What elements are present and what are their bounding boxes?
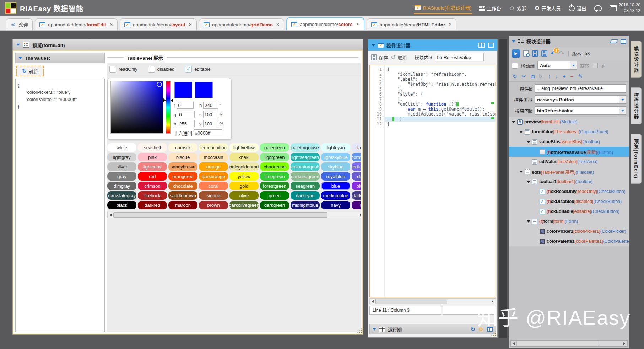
palette-chip-darkslateblue[interactable]: darkslateblue: [352, 191, 361, 200]
move-down-icon[interactable]: ↓: [555, 74, 558, 79]
code-line[interactable]: {: [385, 67, 496, 72]
s-input[interactable]: [203, 111, 218, 118]
tree-node-ckReadOnly[interactable]: (f)ckReadOnly[readOnly](CheckButton): [509, 187, 629, 197]
palette-chip-lightseagreen[interactable]: lightseagreen: [291, 153, 320, 161]
b-input[interactable]: [178, 120, 195, 127]
palette-chip-forestgreen[interactable]: forestgreen: [260, 182, 289, 190]
palette-chip-mediumslateblue[interactable]: mediumslateblue: [352, 162, 361, 171]
expander-icon[interactable]: [527, 180, 530, 183]
code-line[interactable]: "label": {: [385, 77, 496, 82]
palette-chip-cornsilk[interactable]: cornsilk: [168, 143, 197, 152]
cut-icon[interactable]: ✂: [522, 74, 526, 79]
palette-chip-darkseagreen[interactable]: darkseagreen: [291, 172, 320, 181]
close-icon[interactable]: ✕: [356, 22, 359, 27]
palette-chip-chocolate[interactable]: chocolate: [168, 182, 197, 190]
tree-node-formValue[interactable]: formValue[The values:](CaptionPanel): [509, 127, 629, 137]
add-icon[interactable]: +: [563, 74, 566, 79]
remove-icon[interactable]: −: [570, 74, 574, 79]
palette-chip-sandybrown[interactable]: sandybrown: [168, 162, 197, 171]
save-icon[interactable]: [532, 50, 538, 57]
chevron-down-icon[interactable]: [619, 107, 626, 114]
resize-grip[interactable]: [492, 332, 497, 337]
tree-node-toolbar1[interactable]: toolbar1[toolbar1](Toolbar): [509, 177, 629, 187]
tree-node-btnRefreshValue[interactable]: (f)btnRefreshValue[刷新](Button): [509, 147, 629, 157]
redo-icon[interactable]: ↷: [559, 50, 564, 57]
device-select[interactable]: Auto: [537, 61, 577, 70]
palette-chip-cornflowerblue[interactable]: cornflowerblue: [352, 153, 361, 161]
chevron-down-icon[interactable]: [619, 96, 626, 103]
palette-scrollbar[interactable]: [107, 212, 361, 218]
palette-chip-olive[interactable]: olive: [229, 191, 259, 200]
tab-colors[interactable]: appmodule/demo/colors✕: [286, 17, 364, 30]
code-line[interactable]: var m = this.getOwnerModule();: [385, 107, 496, 112]
palette-chip-lightgray[interactable]: lightgray: [107, 153, 136, 161]
tree-node-ckDisabled[interactable]: (f)ckDisabled[disabled](CheckButton): [509, 197, 629, 206]
tab-layout[interactable]: appmodule/demo/layout✕: [120, 18, 197, 30]
tree-node-ckEditable[interactable]: (f)ckEditable[editable](CheckButton): [509, 206, 629, 216]
palette-chip-sienna[interactable]: sienna: [199, 191, 228, 200]
close-icon[interactable]: ✕: [109, 22, 113, 27]
palette-chip-darkgreen[interactable]: darkgreen: [260, 201, 289, 209]
palette-chip-darkred[interactable]: darkred: [138, 201, 167, 209]
palette-chip-slateblue[interactable]: slateblue: [352, 172, 361, 181]
values-caption-header[interactable]: The values:: [15, 53, 105, 63]
code-line[interactable]: }: [385, 117, 496, 122]
mobile-checkbox[interactable]: [512, 63, 518, 69]
save-button[interactable]: 保存: [371, 54, 388, 61]
palette-chip-navy[interactable]: navy: [321, 201, 350, 209]
property-input[interactable]: [535, 84, 626, 93]
module-id-input[interactable]: [435, 53, 484, 61]
widget-designer-header[interactable]: 控件设计器: [368, 39, 497, 51]
palette-chip-black[interactable]: black: [107, 201, 136, 209]
hue-slider[interactable]: [166, 81, 171, 134]
saturation-value-square[interactable]: [110, 81, 163, 134]
palette-chip-royalblue[interactable]: royalblue: [321, 172, 350, 181]
split-view-icon[interactable]: [478, 43, 485, 48]
palette-chip-coral[interactable]: coral: [199, 182, 228, 190]
tree-node-valueBtns[interactable]: valueBtns[valueBtns](Toolbar): [509, 137, 629, 147]
property-combo[interactable]: riasw.sys.Button: [535, 95, 626, 104]
palette-chip-lemonchiffon[interactable]: lemonchiffon: [199, 143, 228, 152]
palette-chip-lightyellow[interactable]: lightyellow: [229, 143, 259, 152]
palette-chip-bisque[interactable]: bisque: [168, 153, 197, 161]
palette-chip-lightskyblue[interactable]: lightskyblue: [321, 153, 350, 161]
palette-chip-paleturquoise[interactable]: paleturquoise: [291, 143, 320, 152]
palette-chip-darkolivegreen[interactable]: darkolivegreen: [229, 201, 259, 209]
v-input[interactable]: [203, 120, 218, 127]
scrollbar-thumb[interactable]: [516, 341, 599, 346]
checkbox-editable[interactable]: editable: [185, 66, 211, 73]
hue-marker-right-icon[interactable]: [169, 98, 173, 102]
palette-chip-orangered[interactable]: orangered: [168, 172, 197, 181]
scroll-right-icon[interactable]: [622, 341, 627, 346]
copy-icon[interactable]: ⧉: [531, 74, 535, 79]
checkbox-box-icon[interactable]: [185, 66, 192, 73]
checkbox-box-icon[interactable]: [109, 66, 116, 73]
topbar-item-welcome[interactable]: 欢迎: [508, 3, 527, 13]
palette-chip-lightcyan[interactable]: lightcyan: [321, 143, 350, 152]
palette-chip-red[interactable]: red: [138, 172, 167, 181]
module-designer-header[interactable]: 模块设计器: [509, 36, 629, 47]
palette-chip-brown[interactable]: brown: [199, 201, 228, 209]
scroll-left-icon[interactable]: [370, 299, 375, 304]
tab-formEdit[interactable]: appmodule/demo/formEdit✕: [35, 18, 118, 30]
palette-chip-mediumturquoise[interactable]: mediumturquoise: [291, 162, 320, 171]
palette-chip-seagreen[interactable]: seagreen: [291, 182, 320, 190]
sv-cursor[interactable]: [157, 82, 162, 87]
palette-chip-crimson[interactable]: crimson: [138, 182, 167, 190]
code-line[interactable]: },: [385, 97, 496, 102]
maximize-icon[interactable]: [488, 43, 494, 48]
scroll-right-icon[interactable]: [490, 299, 496, 304]
topbar-item-messages[interactable]: [594, 4, 602, 13]
palette-chip-yellow[interactable]: yellow: [229, 172, 259, 181]
hex-input[interactable]: [194, 129, 222, 136]
tab-gridDemo[interactable]: appmodule/demo/gridDemo✕: [199, 18, 284, 30]
topbar-item-calendar[interactable]: [609, 4, 617, 13]
code-line[interactable]: "onClick": function (){: [385, 102, 496, 107]
eraser-icon[interactable]: [610, 39, 618, 43]
close-icon[interactable]: ✕: [448, 22, 452, 27]
close-icon[interactable]: ✕: [276, 22, 280, 27]
runtime-panel-header[interactable]: 运行期 ↻ ⚙: [369, 324, 496, 334]
edit-icon[interactable]: ✎: [578, 74, 583, 79]
scrollbar-thumb[interactable]: [375, 299, 447, 304]
run-button[interactable]: ▶: [512, 49, 520, 58]
